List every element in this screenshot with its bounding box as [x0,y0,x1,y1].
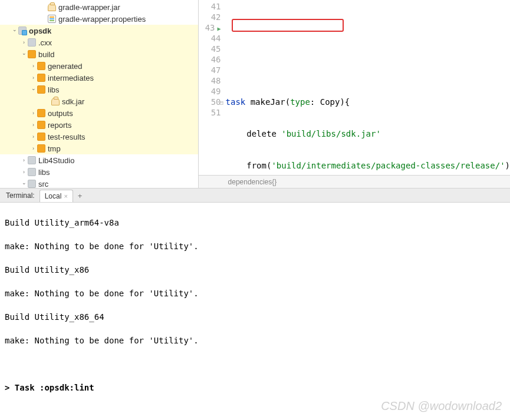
folder-icon [37,85,45,94]
tree-label: reports [48,121,71,130]
tree-label: intermediates [48,74,94,82]
tree-label: Lib4Studio [38,156,74,165]
folder-icon [28,156,36,164]
tree-node-sdk-jar[interactable]: sdk.jar [0,95,198,107]
chevron-down-icon[interactable] [31,87,36,92]
tree-node-test-results[interactable]: test-results [0,131,198,143]
terminal-line: make: Nothing to be done for 'Utility'. [5,335,505,346]
code-area[interactable]: ⊟task makeJar(type: Copy){ delete 'build… [225,0,510,175]
terminal-line: Build Utility_x86 [5,264,505,276]
terminal-line: Build Utility_x86_64 [5,311,505,323]
folder-icon [28,50,36,58]
tree-node-src[interactable]: src [0,178,198,188]
tree-node-tmp[interactable]: tmp [0,143,198,154]
tree-node-build[interactable]: build [0,48,198,60]
add-terminal-button[interactable]: + [74,190,86,202]
tree-label: test-results [48,133,85,141]
jar-icon [51,97,60,105]
chevron-right-icon[interactable] [21,39,27,45]
terminal-line: Build Utility_arm64-v8a [5,217,505,229]
tree-label: outputs [48,109,73,118]
chevron-down-icon[interactable] [21,51,27,57]
folder-icon [37,74,45,82]
folder-icon [37,121,45,129]
folder-icon [37,109,45,117]
chevron-right-icon[interactable] [31,75,36,81]
tree-label: gradle-wrapper.properties [58,15,146,24]
close-icon[interactable]: × [64,193,67,200]
tree-label: build [38,50,54,59]
terminal-title: Terminal: [2,189,38,202]
chevron-down-icon[interactable] [21,181,27,187]
jar-icon [48,3,56,11]
annotation-box [232,19,344,32]
folder-icon [28,180,36,188]
run-gutter-icon[interactable]: 43 [201,22,221,33]
tree-label: opsdk [29,27,51,35]
folder-icon [37,133,45,141]
terminal-line: make: Nothing to be done for 'Utility'. [5,240,505,252]
tree-label: .cxx [38,38,52,47]
breadcrumb[interactable]: dependencies{} [199,175,510,188]
tree-node-reports[interactable]: reports [0,119,198,131]
folder-icon [28,168,36,176]
chevron-right-icon[interactable] [31,122,36,128]
tree-label: generated [48,62,83,71]
code-editor[interactable]: 41 42 43 44 45 46 47 48 49 50 51 ⊟task m… [199,0,510,188]
tree-label: gradle-wrapper.jar [58,3,120,12]
tree-node-opsdk[interactable]: opsdk [0,25,198,37]
folder-icon [37,144,45,153]
chevron-right-icon[interactable] [31,63,36,69]
module-folder-icon [18,27,27,35]
chevron-right-icon[interactable] [31,145,36,151]
terminal-output[interactable]: Build Utility_arm64-v8a make: Nothing to… [0,203,510,403]
project-tree[interactable]: gradle-wrapper.jar gradle-wrapper.proper… [0,0,199,188]
tree-node-cxx[interactable]: .cxx [0,37,198,48]
chevron-right-icon[interactable] [31,110,36,116]
fold-icon[interactable]: ⊟ [220,98,226,108]
chevron-right-icon[interactable] [21,157,27,163]
terminal-tabs: Terminal: Local × + [0,188,510,203]
tree-node-libs[interactable]: libs [0,84,198,95]
tree-node-intermediates[interactable]: intermediates [0,72,198,84]
terminal-line: make: Nothing to be done for 'Utility'. [5,287,505,299]
tree-node-gradle-wrapper-properties[interactable]: gradle-wrapper.properties [0,13,198,25]
terminal-tab-local[interactable]: Local × [40,190,73,202]
chevron-down-icon[interactable] [12,28,17,34]
folder-icon [28,38,36,47]
tree-label: libs [38,168,50,177]
folder-icon [37,62,45,70]
tree-label: sdk.jar [62,97,84,106]
chevron-right-icon[interactable] [31,134,36,140]
tree-node-gradle-wrapper-jar[interactable]: gradle-wrapper.jar [0,1,198,13]
tree-node-generated[interactable]: generated [0,60,198,72]
tree-node-outputs[interactable]: outputs [0,107,198,119]
chevron-right-icon[interactable] [21,169,27,175]
terminal-line: > Task :opsdk:lint [5,382,505,393]
tree-label: src [38,180,48,188]
properties-icon [48,15,56,23]
tree-label: tmp [48,144,61,153]
editor-gutter: 41 42 43 44 45 46 47 48 49 50 51 [199,0,225,175]
tree-node-libs-root[interactable]: libs [0,166,198,178]
tree-node-lib4studio[interactable]: Lib4Studio [0,154,198,166]
tree-label: libs [48,85,60,94]
